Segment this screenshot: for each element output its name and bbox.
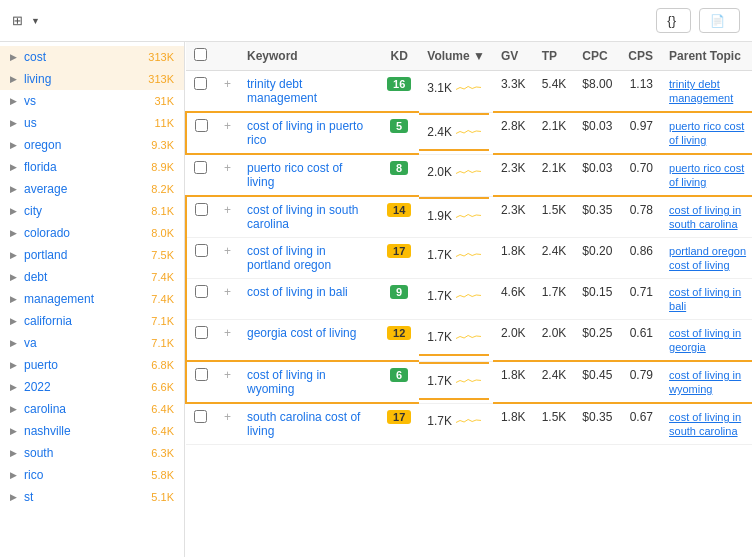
- cps-cell: 0.79: [620, 361, 661, 403]
- sidebar-item-california[interactable]: ▶ california 7.1K: [0, 310, 184, 332]
- gv-cell: 2.0K: [493, 320, 534, 362]
- keyword-link[interactable]: puerto rico cost of living: [247, 161, 342, 189]
- cps-cell: 0.61: [620, 320, 661, 362]
- tp-col-header[interactable]: TP: [534, 42, 575, 71]
- keyword-cell: cost of living in bali: [239, 279, 379, 320]
- sidebar-item-portland[interactable]: ▶ portland 7.5K: [0, 244, 184, 266]
- sidebar-item-vs[interactable]: ▶ vs 31K: [0, 90, 184, 112]
- sidebar-item-st[interactable]: ▶ st 5.1K: [0, 486, 184, 508]
- sidebar-item-living[interactable]: ▶ living 313K: [0, 68, 184, 90]
- parent-topic-link[interactable]: portland oregon cost of living: [669, 245, 746, 271]
- api-icon: {}: [667, 13, 676, 28]
- kd-col-header[interactable]: KD: [379, 42, 419, 71]
- sidebar-item-us[interactable]: ▶ us 11K: [0, 112, 184, 134]
- row-add-cell[interactable]: +: [216, 238, 239, 279]
- parent-topic-link[interactable]: cost of living in wyoming: [669, 369, 741, 395]
- cps-cell: 1.13: [620, 71, 661, 113]
- keyword-link[interactable]: south carolina cost of living: [247, 410, 360, 438]
- table-area: Keyword KD Volume ▼ GV TP CPC CPS Parent…: [185, 42, 752, 557]
- row-checkbox[interactable]: [195, 368, 208, 381]
- keyword-link[interactable]: trinity debt management: [247, 77, 317, 105]
- keyword-link[interactable]: cost of living in puerto rico: [247, 119, 363, 147]
- row-checkbox[interactable]: [195, 119, 208, 132]
- expand-icon: ▶: [10, 338, 20, 348]
- sidebar-item-va[interactable]: ▶ va 7.1K: [0, 332, 184, 354]
- sidebar-item-carolina[interactable]: ▶ carolina 6.4K: [0, 398, 184, 420]
- parent-topic-col-header[interactable]: Parent Topic: [661, 42, 752, 71]
- sidebar-item-2022[interactable]: ▶ 2022 6.6K: [0, 376, 184, 398]
- row-checkbox-cell[interactable]: [186, 361, 216, 403]
- cpc-col-header[interactable]: CPC: [574, 42, 620, 71]
- keyword-link[interactable]: cost of living in south carolina: [247, 203, 358, 231]
- sidebar-term-count: 8.2K: [151, 183, 174, 195]
- sidebar-term-label: st: [24, 490, 147, 504]
- row-checkbox[interactable]: [194, 410, 207, 423]
- row-checkbox-cell[interactable]: [186, 112, 216, 154]
- sidebar-item-debt[interactable]: ▶ debt 7.4K: [0, 266, 184, 288]
- by-terms-selector[interactable]: ⊞ ▼: [12, 13, 40, 28]
- gv-col-header[interactable]: GV: [493, 42, 534, 71]
- row-add-cell[interactable]: +: [216, 71, 239, 113]
- row-checkbox[interactable]: [195, 203, 208, 216]
- volume-cell: 1.7K: [419, 279, 489, 313]
- sidebar-item-colorado[interactable]: ▶ colorado 8.0K: [0, 222, 184, 244]
- select-all-checkbox[interactable]: [194, 48, 207, 61]
- sidebar-item-oregon[interactable]: ▶ oregon 9.3K: [0, 134, 184, 156]
- row-checkbox-cell[interactable]: [186, 196, 216, 238]
- row-checkbox-cell[interactable]: [186, 279, 216, 320]
- kd-cell: 8: [379, 154, 419, 196]
- keywords-table: Keyword KD Volume ▼ GV TP CPC CPS Parent…: [185, 42, 752, 445]
- row-checkbox-cell[interactable]: [186, 320, 216, 362]
- keyword-link[interactable]: cost of living in bali: [247, 285, 348, 299]
- parent-topic-link[interactable]: cost of living in south carolina: [669, 204, 741, 230]
- row-add-cell[interactable]: +: [216, 279, 239, 320]
- parent-topic-link[interactable]: trinity debt management: [669, 78, 733, 104]
- sidebar-term-label: portland: [24, 248, 147, 262]
- kd-badge: 6: [390, 368, 408, 382]
- row-checkbox-cell[interactable]: [186, 154, 216, 196]
- cps-col-header[interactable]: CPS: [620, 42, 661, 71]
- sidebar-item-management[interactable]: ▶ management 7.4K: [0, 288, 184, 310]
- keyword-link[interactable]: cost of living in wyoming: [247, 368, 326, 396]
- sidebar-item-cost[interactable]: ▶ cost 313K: [0, 46, 184, 68]
- sidebar-term-count: 8.0K: [151, 227, 174, 239]
- sidebar-item-nashville[interactable]: ▶ nashville 6.4K: [0, 420, 184, 442]
- gv-cell: 3.3K: [493, 71, 534, 113]
- row-checkbox[interactable]: [195, 285, 208, 298]
- sidebar-item-average[interactable]: ▶ average 8.2K: [0, 178, 184, 200]
- row-checkbox-cell[interactable]: [186, 238, 216, 279]
- row-add-cell[interactable]: +: [216, 320, 239, 362]
- row-add-cell[interactable]: +: [216, 154, 239, 196]
- row-checkbox[interactable]: [194, 77, 207, 90]
- parent-topic-link[interactable]: cost of living in south carolina: [669, 411, 741, 437]
- row-checkbox-cell[interactable]: [186, 403, 216, 445]
- export-button[interactable]: 📄: [699, 8, 740, 33]
- row-checkbox[interactable]: [195, 244, 208, 257]
- expand-icon: ▶: [10, 404, 20, 414]
- row-add-cell[interactable]: +: [216, 361, 239, 403]
- parent-topic-link[interactable]: puerto rico cost of living: [669, 162, 744, 188]
- row-checkbox[interactable]: [195, 326, 208, 339]
- sidebar-item-rico[interactable]: ▶ rico 5.8K: [0, 464, 184, 486]
- kd-badge: 17: [387, 410, 411, 424]
- keyword-link[interactable]: georgia cost of living: [247, 326, 356, 340]
- sidebar-item-florida[interactable]: ▶ florida 8.9K: [0, 156, 184, 178]
- row-add-cell[interactable]: +: [216, 112, 239, 154]
- keyword-col-header[interactable]: Keyword: [239, 42, 379, 71]
- select-all-header[interactable]: [186, 42, 216, 71]
- parent-topic-link[interactable]: puerto rico cost of living: [669, 120, 744, 146]
- sidebar-item-city[interactable]: ▶ city 8.1K: [0, 200, 184, 222]
- volume-col-header[interactable]: Volume ▼: [419, 42, 493, 71]
- api-button[interactable]: {}: [656, 8, 691, 33]
- keyword-link[interactable]: cost of living in portland oregon: [247, 244, 331, 272]
- sidebar: ▶ cost 313K ▶ living 313K ▶ vs 31K ▶ us …: [0, 42, 185, 557]
- row-add-cell[interactable]: +: [216, 196, 239, 238]
- row-checkbox[interactable]: [194, 161, 207, 174]
- row-checkbox-cell[interactable]: [186, 71, 216, 113]
- parent-topic-link[interactable]: cost of living in georgia: [669, 327, 741, 353]
- sidebar-item-puerto[interactable]: ▶ puerto 6.8K: [0, 354, 184, 376]
- kd-cell: 17: [379, 238, 419, 279]
- sidebar-item-south[interactable]: ▶ south 6.3K: [0, 442, 184, 464]
- parent-topic-link[interactable]: cost of living in bali: [669, 286, 741, 312]
- row-add-cell[interactable]: +: [216, 403, 239, 445]
